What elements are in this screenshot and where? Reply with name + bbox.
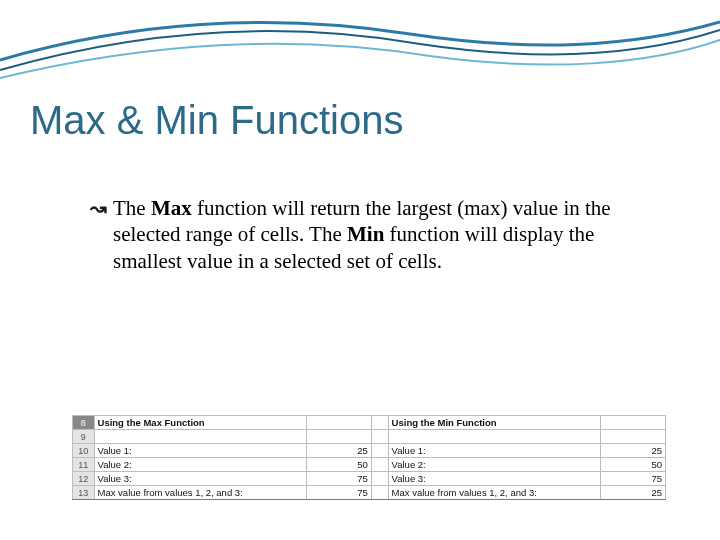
row-header: 9 — [73, 430, 95, 444]
empty-cell — [94, 430, 307, 444]
row-header: 12 — [73, 472, 95, 486]
text-fragment: The — [113, 196, 151, 220]
empty-cell — [601, 416, 666, 430]
empty-cell — [307, 416, 372, 430]
cell-label: Value 3: — [94, 472, 307, 486]
cell-label: Value 1: — [388, 444, 601, 458]
empty-cell — [388, 430, 601, 444]
cell-label: Value 2: — [94, 458, 307, 472]
spreadsheet-snippet: 8 Using the Max Function Using the Min F… — [72, 415, 666, 500]
cell-value: 25 — [601, 486, 666, 500]
empty-cell — [371, 472, 388, 486]
empty-cell — [371, 458, 388, 472]
cell-label: Value 3: — [388, 472, 601, 486]
empty-cell — [371, 486, 388, 500]
slide-title: Max & Min Functions — [30, 98, 403, 143]
empty-cell — [307, 430, 372, 444]
max-section-title: Using the Max Function — [94, 416, 307, 430]
cell-value: 25 — [307, 444, 372, 458]
cell-value: 25 — [601, 444, 666, 458]
cell-label: Value 1: — [94, 444, 307, 458]
cell-value: 50 — [307, 458, 372, 472]
bullet-icon: ↝ — [90, 195, 107, 221]
row-header: 11 — [73, 458, 95, 472]
row-header: 13 — [73, 486, 95, 500]
empty-cell — [371, 444, 388, 458]
body-text-block: ↝ The Max function will return the large… — [90, 195, 630, 274]
cell-value: 75 — [307, 472, 372, 486]
empty-cell — [371, 430, 388, 444]
wave-decoration — [0, 0, 720, 90]
cell-label: Value 2: — [388, 458, 601, 472]
min-section-title: Using the Min Function — [388, 416, 601, 430]
cell-label: Max value from values 1, 2, and 3: — [94, 486, 307, 500]
bullet-text: The Max function will return the largest… — [113, 195, 630, 274]
cell-value: 50 — [601, 458, 666, 472]
cell-value: 75 — [307, 486, 372, 500]
empty-cell — [601, 430, 666, 444]
cell-value: 75 — [601, 472, 666, 486]
empty-cell — [371, 416, 388, 430]
row-header: 8 — [73, 416, 95, 430]
row-header: 10 — [73, 444, 95, 458]
bold-max: Max — [151, 196, 192, 220]
bold-min: Min — [347, 222, 384, 246]
cell-label: Max value from values 1, 2, and 3: — [388, 486, 601, 500]
